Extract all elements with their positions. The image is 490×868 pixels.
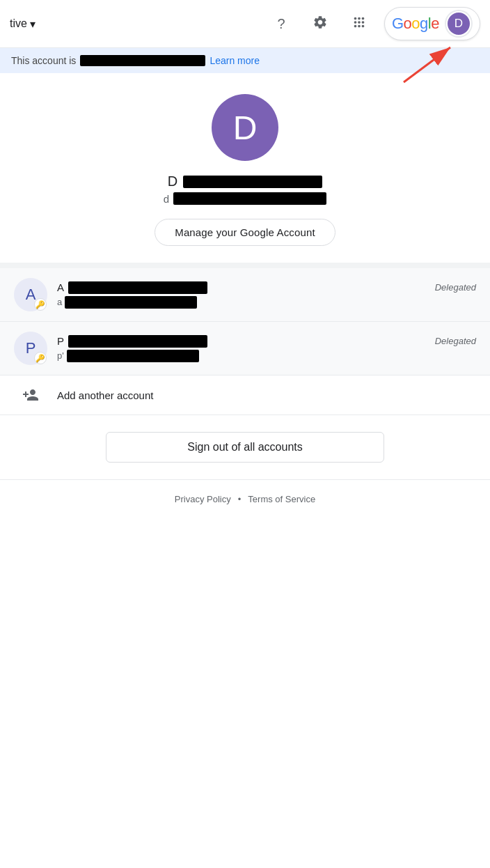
banner-redacted — [80, 55, 205, 66]
delegated-info-a: A Delegated a — [57, 281, 476, 309]
active-label-text: tive — [10, 17, 27, 30]
key-badge-a: 🔑 — [34, 298, 47, 311]
add-account-row[interactable]: Add another account — [0, 375, 490, 415]
key-badge-p: 🔑 — [34, 352, 47, 364]
delegated-email-row-p: p' — [57, 350, 476, 362]
delegated-email-letter-a: a — [57, 297, 62, 307]
delegated-name-redacted-a — [68, 281, 207, 294]
privacy-policy-link[interactable]: Privacy Policy — [175, 494, 231, 504]
account-name-letter: D — [168, 173, 177, 189]
email-redacted — [173, 192, 326, 205]
gear-icon — [313, 15, 328, 33]
delegated-account-p[interactable]: P 🔑 P Delegated p' — [0, 322, 490, 375]
account-email-letter: d — [164, 193, 169, 205]
top-bar: tive ▾ ? Google D — [0, 0, 490, 48]
active-account-label: tive ▾ — [10, 17, 35, 31]
delegated-name-redacted-p — [68, 335, 207, 348]
google-account-box[interactable]: Google D — [384, 7, 480, 40]
delegated-tag-a: Delegated — [435, 282, 476, 293]
delegated-email-redacted-p — [67, 350, 199, 362]
delegated-email-redacted-a — [65, 296, 197, 309]
delegated-email-letter-p: p' — [57, 350, 64, 361]
learn-more-link[interactable]: Learn more — [210, 55, 260, 66]
delegated-name-letter-p: P — [57, 335, 64, 347]
chevron-down-icon: ▾ — [30, 17, 35, 31]
terms-of-service-link[interactable]: Terms of Service — [248, 494, 315, 504]
manage-account-button[interactable]: Manage your Google Account — [155, 219, 335, 246]
footer-separator: • — [238, 494, 242, 504]
delegated-name-letter-a: A — [57, 281, 64, 293]
apps-grid-icon — [351, 15, 367, 33]
delegated-name-row-p: P Delegated — [57, 335, 476, 348]
delegated-email-row-a: a — [57, 296, 476, 309]
name-redacted — [183, 176, 322, 188]
delegated-info-p: P Delegated p' — [57, 335, 476, 362]
banner-prefix: This account is — [11, 55, 76, 66]
help-button[interactable]: ? — [267, 10, 295, 38]
avatar-top[interactable]: D — [446, 11, 471, 36]
help-icon: ? — [277, 16, 285, 32]
delegated-account-a[interactable]: A 🔑 A Delegated a — [0, 268, 490, 322]
add-account-label: Add another account — [57, 389, 153, 401]
avatar-letter: D — [455, 17, 463, 31]
account-name-row: D — [168, 173, 322, 189]
delegated-avatar-p: P 🔑 — [14, 332, 47, 365]
info-banner: This account is Learn more — [0, 48, 490, 73]
delegated-name-row-a: A Delegated — [57, 281, 476, 294]
main-account-panel: D D d Manage your Google Account — [0, 73, 490, 268]
google-logo-text: Google — [392, 15, 439, 33]
signout-button[interactable]: Sign out of all accounts — [106, 432, 384, 463]
footer: Privacy Policy • Terms of Service — [0, 480, 490, 518]
signout-section: Sign out of all accounts — [0, 415, 490, 480]
apps-button[interactable] — [345, 10, 373, 38]
settings-button[interactable] — [306, 10, 334, 38]
avatar-initial: D — [233, 109, 258, 147]
delegated-tag-p: Delegated — [435, 336, 476, 346]
add-account-icon — [14, 387, 47, 403]
delegated-accounts-section: A 🔑 A Delegated a P 🔑 P Delegated — [0, 268, 490, 375]
main-avatar: D — [212, 94, 278, 161]
account-email-row: d — [164, 192, 326, 205]
delegated-avatar-a: A 🔑 — [14, 278, 47, 311]
